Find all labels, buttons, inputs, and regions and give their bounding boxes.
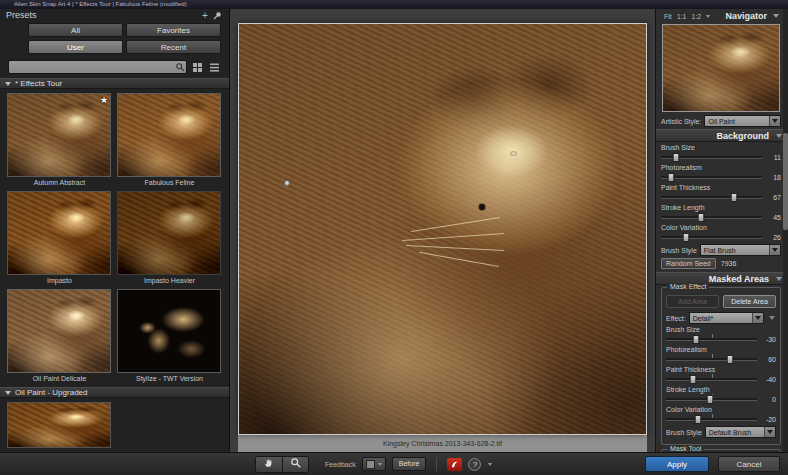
artistic-style-row: Artistic Style: Oil Paint (661, 115, 781, 127)
before-button[interactable]: Before (392, 457, 427, 471)
toolbar-divider (436, 457, 437, 471)
search-input[interactable] (9, 61, 174, 73)
slider-track[interactable] (661, 196, 762, 199)
slider-thumb[interactable] (726, 355, 733, 364)
slider-track[interactable] (666, 378, 757, 381)
apply-button[interactable]: Apply (645, 456, 709, 472)
preset-thumbnail[interactable] (117, 191, 221, 275)
filter-all-button[interactable]: All (28, 23, 123, 37)
preset-thumbnail[interactable] (117, 289, 221, 373)
slider-thumb[interactable] (690, 375, 697, 384)
add-area-button[interactable]: Add Area (666, 295, 719, 308)
preset-item[interactable]: Fabulous Feline (117, 93, 222, 187)
preset-thumbnail[interactable] (7, 191, 111, 275)
dropdown-arrow-icon[interactable] (764, 427, 775, 437)
dropdown-arrow-icon[interactable] (752, 313, 763, 323)
section-effects-tour[interactable]: * Effects Tour (0, 78, 229, 89)
preset-thumbnail[interactable] (7, 402, 111, 448)
brush-style-value: Default Brush (706, 429, 764, 436)
effect-flyout-icon[interactable] (767, 314, 776, 323)
preset-thumbnail[interactable] (7, 289, 111, 373)
zoom-fit-button[interactable]: Fit (663, 13, 673, 20)
preset-filter-group: All Favorites User Recent (28, 23, 221, 54)
slider-track[interactable] (661, 236, 762, 239)
slider-track[interactable] (666, 358, 757, 361)
navigator-preview[interactable] (662, 24, 780, 112)
pin-panel-icon[interactable] (211, 9, 223, 21)
mask-brush-style-dropdown[interactable]: Default Brush (705, 426, 776, 438)
filter-recent-button[interactable]: Recent (126, 40, 221, 54)
slider-value: -40 (761, 376, 776, 383)
preset-item[interactable] (7, 402, 112, 448)
slider-center-tick (712, 414, 713, 418)
background-collapse-icon[interactable] (776, 134, 782, 138)
search-box[interactable] (8, 60, 187, 74)
artistic-style-label: Artistic Style: (661, 118, 701, 125)
slider-thumb[interactable] (683, 233, 690, 242)
zoom-1-2-button[interactable]: 1:2 (691, 13, 703, 20)
scrollbar-thumb[interactable] (783, 133, 788, 230)
delete-area-button[interactable]: Delete Area (723, 295, 776, 308)
feedback-color-dropdown[interactable] (362, 457, 386, 471)
artistic-style-dropdown[interactable]: Oil Paint (704, 115, 781, 127)
random-seed-button[interactable]: Random Seed (661, 258, 716, 269)
zoom-dropdown-icon[interactable] (706, 15, 710, 18)
filename-caption: Kingsley Christmas 2013-343-628-2.tif (383, 440, 502, 447)
preset-item[interactable]: Impasto (7, 191, 112, 285)
slider-value: -30 (761, 336, 776, 343)
slider-track[interactable] (661, 156, 762, 159)
preset-thumbnail[interactable]: ★ (7, 93, 111, 177)
preset-thumbnail[interactable] (117, 93, 221, 177)
effect-dropdown[interactable]: Detail* (689, 312, 764, 324)
slider-thumb[interactable] (693, 335, 700, 344)
preset-item[interactable]: Oil Paint Delicate (7, 289, 112, 383)
help-dropdown-icon[interactable] (488, 463, 492, 466)
filter-user-button[interactable]: User (28, 40, 123, 54)
settings-scrollbar[interactable] (783, 9, 788, 452)
preset-item[interactable]: Impasto Heavier (117, 191, 222, 285)
slider-thumb[interactable] (673, 153, 680, 162)
grid-view-icon[interactable] (191, 61, 204, 74)
hand-tool-button[interactable] (256, 457, 282, 472)
mask-brush-size-slider: Brush Size -30 (666, 326, 776, 343)
slider-track[interactable] (666, 338, 757, 341)
section-oil-paint-upgraded[interactable]: Oil Paint - Upgraded (0, 387, 229, 398)
slider-thumb[interactable] (706, 395, 713, 404)
dropdown-arrow-icon[interactable] (769, 245, 780, 255)
zoom-1-1-button[interactable]: 1:1 (676, 13, 688, 20)
brush-style-label: Brush Style (661, 247, 697, 254)
favorite-star-icon[interactable]: ★ (100, 95, 108, 105)
canvas-image[interactable] (238, 23, 647, 435)
slider-thumb[interactable] (668, 173, 675, 182)
slider-label: Color Variation (661, 224, 781, 231)
cat-nose (479, 204, 485, 210)
preset-item[interactable]: Stylize - TWT Version (117, 289, 222, 383)
slider-track[interactable] (666, 418, 757, 421)
add-preset-icon[interactable]: + (199, 9, 211, 21)
help-button[interactable]: ? (468, 458, 481, 471)
slider-track[interactable] (661, 176, 762, 179)
bg-paint-thickness-slider: Paint Thickness 67 (661, 184, 781, 201)
zoom-tool-button[interactable] (282, 457, 308, 472)
list-view-icon[interactable] (208, 61, 221, 74)
background-section-header[interactable]: Background (656, 129, 788, 142)
slider-track[interactable] (661, 216, 762, 219)
slider-value: 60 (761, 356, 776, 363)
navigator-collapse-icon[interactable] (773, 14, 779, 18)
slider-thumb[interactable] (694, 415, 701, 424)
masked-areas-collapse-icon[interactable] (776, 277, 782, 281)
slider-track[interactable] (666, 398, 757, 401)
slider-thumb[interactable] (730, 193, 737, 202)
dropdown-arrow-icon[interactable] (769, 116, 780, 126)
alien-skin-logo-icon[interactable] (447, 458, 462, 471)
filter-favorites-button[interactable]: Favorites (126, 23, 221, 37)
slider-center-tick (712, 354, 713, 358)
bg-brush-style-dropdown[interactable]: Flat Brush (700, 244, 781, 256)
masked-areas-title: Masked Areas (709, 274, 769, 284)
cancel-button[interactable]: Cancel (718, 456, 780, 472)
window-titlebar[interactable]: Alien Skin Snap Art 4 | * Effects Tour |… (0, 0, 788, 9)
bg-stroke-length-slider: Stroke Length 45 (661, 204, 781, 221)
settings-panel: Fit 1:1 1:2 Navigator Artistic Style: Oi… (655, 9, 788, 452)
preset-item[interactable]: ★ Autumn Abstract (7, 93, 112, 187)
slider-thumb[interactable] (698, 213, 705, 222)
